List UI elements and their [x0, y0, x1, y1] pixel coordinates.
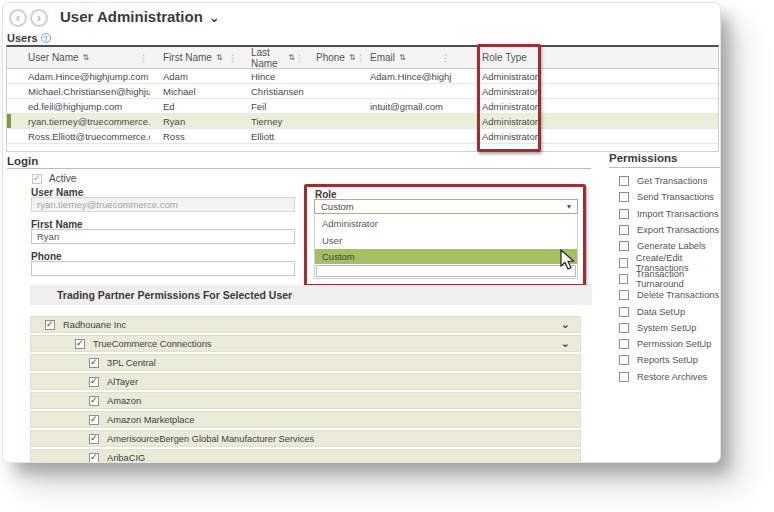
tree-checkbox[interactable]: [89, 377, 99, 387]
column-header-phone[interactable]: Phone⇅⋮: [306, 47, 356, 68]
cell-last-name: Christiansen: [239, 86, 306, 97]
permission-checkbox[interactable]: [619, 225, 629, 235]
cell-first-name: Ed: [150, 101, 239, 112]
dropdown-arrow-icon: ▾: [567, 202, 571, 211]
permission-checkbox[interactable]: [619, 241, 629, 251]
role-selected-value: Custom: [321, 201, 354, 212]
permission-checkbox[interactable]: [619, 258, 628, 268]
chevron-down-icon[interactable]: ⌄: [561, 337, 570, 350]
permission-checkbox[interactable]: [619, 323, 629, 333]
cell-last-name: Feil: [239, 101, 306, 112]
tree-checkbox[interactable]: [89, 415, 99, 425]
active-checkbox[interactable]: [32, 174, 42, 184]
table-row-clipped[interactable]: [7, 144, 718, 152]
permission-label: System SetUp: [637, 323, 696, 333]
tree-checkbox[interactable]: [75, 339, 85, 349]
permission-item: Import Transactions: [609, 206, 721, 222]
cell-first-name: Ryan: [150, 116, 239, 127]
tree-checkbox[interactable]: [89, 358, 99, 368]
cell-user-name: Michael.Christiansen@highjump.com: [7, 86, 150, 97]
active-label: Active: [49, 173, 76, 184]
permission-label: Permission SetUp: [637, 339, 711, 349]
permissions-panel: Permissions Get Transactions Send Transa…: [609, 152, 721, 385]
table-row-selected[interactable]: ryan.tierney@truecommerce.com Ryan Tiern…: [7, 114, 718, 129]
permission-checkbox[interactable]: [619, 209, 629, 219]
sort-icon[interactable]: ⇅: [349, 53, 356, 62]
permission-checkbox[interactable]: [619, 290, 629, 300]
permission-checkbox[interactable]: [619, 176, 629, 186]
trading-partner-title: Trading Partner Permissions For Selected…: [30, 285, 592, 305]
column-menu-icon[interactable]: ⋮: [295, 53, 304, 63]
column-header-user-name[interactable]: User Name⇅⋮: [7, 47, 150, 68]
permission-label: Data SetUp: [637, 307, 685, 317]
role-option-administrator[interactable]: Administrator: [315, 215, 577, 232]
permission-checkbox[interactable]: [619, 192, 629, 202]
phone-field[interactable]: [31, 261, 295, 276]
sort-icon[interactable]: ⇅: [216, 53, 223, 62]
tree-checkbox[interactable]: [89, 434, 99, 444]
users-table: User Name⇅⋮ First Name⇅⋮ Last Name⇅⋮ Pho…: [6, 45, 719, 152]
user-name-field[interactable]: [31, 197, 295, 212]
login-section-title: Login: [7, 155, 38, 167]
column-menu-icon[interactable]: ⋮: [228, 53, 237, 63]
cell-email: Adam.Hince@highjump.com: [356, 71, 452, 82]
cell-first-name: Michael: [150, 86, 239, 97]
back-button[interactable]: ‹: [9, 9, 27, 27]
column-menu-icon[interactable]: ⋮: [441, 53, 450, 63]
permission-item: Send Transactions: [609, 189, 721, 205]
forward-button[interactable]: ›: [30, 9, 48, 27]
tree-checkbox[interactable]: [89, 453, 99, 463]
permission-checkbox[interactable]: [619, 372, 629, 382]
tree-node-label: TrueCommerce Connections: [93, 339, 212, 349]
chevron-down-icon[interactable]: ⌄: [561, 318, 570, 331]
login-divider: [7, 168, 591, 169]
permission-label: Send Transactions: [637, 192, 714, 202]
permission-item: Restore Archives: [609, 369, 721, 385]
sort-icon[interactable]: ⇅: [288, 53, 295, 62]
cell-first-name: Adam: [150, 71, 239, 82]
column-header-last-name[interactable]: Last Name⇅⋮: [239, 47, 306, 68]
tree-node-label: 3PL Central: [107, 358, 156, 368]
role-option-user[interactable]: User: [315, 232, 577, 249]
cell-last-name: Tierney: [239, 116, 306, 127]
users-table-header: User Name⇅⋮ First Name⇅⋮ Last Name⇅⋮ Pho…: [7, 47, 718, 69]
cell-role-type: Administrator: [452, 101, 718, 112]
sort-icon[interactable]: ⇅: [399, 53, 406, 62]
permission-label: Reports SetUp: [637, 355, 698, 365]
first-name-field[interactable]: [31, 229, 295, 244]
sort-icon[interactable]: ⇅: [83, 53, 90, 62]
table-row[interactable]: Michael.Christiansen@highjump.com Michae…: [7, 84, 718, 99]
cell-last-name: Elliott: [239, 131, 306, 142]
column-header-email[interactable]: Email⇅⋮: [356, 47, 452, 68]
cell-role-type: Administrator: [452, 71, 718, 82]
trading-partner-tree: Radhouane Inc ⌄ TrueCommerce Connections…: [30, 316, 581, 463]
tree-node-partner: Amazon: [30, 392, 581, 409]
permission-item: Data SetUp: [609, 303, 721, 319]
tree-checkbox[interactable]: [45, 320, 55, 330]
tree-node-partner: Amazon Marketplace: [30, 411, 581, 428]
table-row[interactable]: ed.feil@highjump.com Ed Feil intuit@gmai…: [7, 99, 718, 114]
permission-checkbox[interactable]: [619, 274, 628, 284]
tree-node-group: TrueCommerce Connections ⌄: [30, 335, 581, 352]
role-filter-input[interactable]: [316, 265, 576, 277]
role-options-list: Administrator User Custom: [314, 215, 578, 279]
permission-item: Get Transactions: [609, 173, 721, 189]
column-menu-icon[interactable]: ⋮: [139, 53, 148, 63]
role-option-custom-highlighted[interactable]: Custom: [315, 249, 577, 264]
table-row[interactable]: Ross.Elliott@truecommerce.com Ross Ellio…: [7, 129, 718, 144]
cell-user-name: ryan.tierney@truecommerce.com: [7, 116, 150, 127]
cell-role-type: Administrator: [452, 116, 718, 127]
column-header-first-name[interactable]: First Name⇅⋮: [150, 47, 239, 68]
tree-checkbox[interactable]: [89, 396, 99, 406]
permission-checkbox[interactable]: [619, 355, 629, 365]
column-header-role-type[interactable]: Role Type: [452, 47, 718, 68]
permissions-divider: [609, 167, 721, 168]
info-icon[interactable]: ?: [41, 33, 51, 43]
page-title-dropdown[interactable]: User Administration⌄: [60, 8, 220, 25]
role-select[interactable]: Custom ▾: [314, 199, 578, 214]
cell-role-type: Administrator: [452, 86, 718, 97]
permission-checkbox[interactable]: [619, 339, 629, 349]
permission-checkbox[interactable]: [619, 307, 629, 317]
table-row[interactable]: Adam.Hince@highjump.com Adam Hince Adam.…: [7, 69, 718, 84]
permission-label: Delete Transactions: [637, 290, 719, 300]
